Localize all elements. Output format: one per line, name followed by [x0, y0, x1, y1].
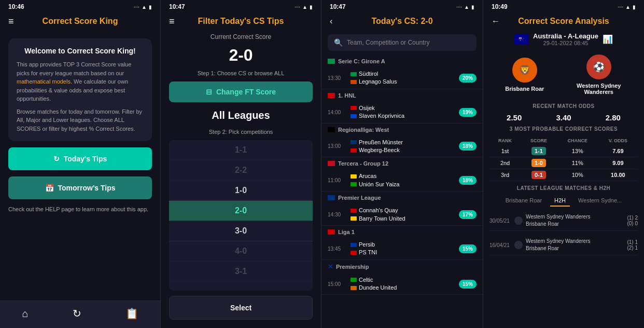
team-flag-6: [351, 174, 357, 179]
match-row-3[interactable]: 11:00 Arucas Unión Sur Yaiza 18%: [321, 170, 483, 192]
wifi-icon-4: ▲: [625, 4, 631, 10]
nav-home[interactable]: ⌂: [22, 308, 28, 320]
league-header-5: Liga 1: [321, 226, 483, 238]
team-flag-3: [351, 114, 357, 118]
match-teams-4: Connah's Quay Barry Town United: [351, 207, 455, 223]
score-item-2[interactable]: 1-0: [169, 181, 313, 201]
filter-icon: ⊟: [206, 88, 212, 96]
status-time-2: 10:47: [169, 3, 185, 10]
analysis-title: Correct Score Analysis: [518, 17, 609, 26]
status-bar-1: 10:46 ···· ▲ ▮: [0, 0, 160, 12]
match-row-4[interactable]: 14:30 Connah's Quay Barry Town United 17…: [321, 204, 483, 226]
h2h-team2-1: Brisbane Roar: [526, 245, 624, 252]
signal-icon-3: ····: [456, 4, 462, 10]
calendar-icon: 📅: [45, 184, 54, 192]
search-bar[interactable]: 🔍 Team, Competition or Country: [328, 34, 477, 51]
status-icons-1: ···· ▲ ▮: [134, 4, 152, 10]
league-name-1: 1. HNL: [338, 92, 356, 99]
tomorrow-tips-button[interactable]: 📅 Tomorrow's Tips: [8, 176, 152, 199]
score-item-3[interactable]: 2-0: [169, 201, 313, 221]
status-bar-4: 10:49 ···· ▲ ▮: [483, 0, 644, 12]
h2h-s2-0: (0) 0: [627, 221, 638, 226]
team-name-4: Preußen Münster: [359, 139, 403, 146]
match-time-0: 13:30: [328, 75, 346, 81]
team-flag-12: [351, 278, 357, 282]
match-row-1[interactable]: 14:00 Osijek Slaven Koprivnica 19%: [321, 102, 483, 124]
chart-icon[interactable]: 📊: [603, 34, 613, 44]
welcome-link[interactable]: mathematical models: [17, 78, 71, 85]
flag-content: 🇦🇺: [514, 34, 529, 45]
league-text-block: Australia - A-League 29-01-2022 08:45: [533, 32, 598, 46]
nav-calendar-icon: 📋: [125, 307, 138, 320]
league-name-4: Premier League: [338, 195, 381, 201]
change-score-label: Change FT Score: [216, 88, 276, 96]
match-row-5[interactable]: 13:45 Persib PS TNI 15%: [321, 238, 483, 260]
current-cs-value: 2-0: [169, 46, 313, 65]
today-cs-title: Today's CS: 2-0: [371, 17, 432, 26]
match-time-5: 13:45: [328, 246, 346, 252]
league-flag-4: [328, 195, 335, 200]
signal-icon-4: ····: [618, 4, 623, 10]
match-teams-6: Celtic Dundee United: [351, 276, 455, 292]
score-item-4[interactable]: 3-0: [169, 221, 313, 241]
team-union: Unión Sur Yaiza: [351, 181, 455, 188]
all-leagues-label: All Leagues: [169, 110, 313, 121]
signal-icon-2: ····: [295, 4, 300, 10]
score-item-5[interactable]: 4-0: [169, 241, 313, 262]
tab-h2h[interactable]: H2H: [550, 195, 570, 207]
step2-label: Step 2: Pick competitions: [169, 129, 313, 135]
match-date: 29-01-2022 08:45: [533, 40, 598, 46]
app-title-1: Correct Score King: [43, 17, 118, 26]
h2h-date-0: 30/05/21: [489, 218, 511, 224]
match-row-0[interactable]: 13:30 Südtirol Legnago Salus 20%: [321, 67, 483, 89]
h2h-row-1: 16/04/21 Western Sydney Wanderers Brisba…: [489, 235, 638, 255]
status-time-1: 10:46: [8, 3, 24, 10]
home-team-card: 🦁 Brisbane Roar: [505, 58, 544, 92]
league-name-6: Premiership: [336, 264, 369, 270]
team-flag-8: [351, 209, 357, 213]
league-name-0: Serie C: Girone A: [338, 58, 385, 64]
match-row-2[interactable]: 13:00 Preußen Münster Wegberg-Beeck 18%: [321, 136, 483, 158]
th-score: SCORE: [521, 136, 557, 145]
current-cs-label: Current Correct Score: [169, 33, 313, 40]
match-time-6: 15:00: [328, 281, 346, 287]
nav-refresh[interactable]: ↻: [73, 307, 81, 320]
today-tips-button[interactable]: ↻ Today's Tips: [8, 147, 152, 170]
team-name-10: Persib: [359, 241, 375, 249]
team-flag-13: [351, 286, 357, 290]
score-item-6[interactable]: 3-1: [169, 262, 313, 282]
filter-title: Filter Today's CS Tips: [198, 17, 284, 26]
league-name-5: Liga 1: [338, 229, 355, 235]
tomorrow-tips-label: Tomorrow's Tips: [58, 184, 116, 192]
pct-badge-0: 20%: [459, 74, 477, 83]
tab-brisbane[interactable]: Brisbane Roar: [501, 195, 546, 207]
menu-icon[interactable]: ≡: [8, 16, 14, 27]
score-row-0: 1st 1-1 13% 7.69: [489, 145, 638, 157]
nav-calendar[interactable]: 📋: [125, 307, 138, 320]
team-name-3: Slaven Koprivnica: [359, 112, 404, 120]
select-button[interactable]: Select: [169, 296, 313, 320]
team-osijek: Osijek: [351, 104, 455, 112]
score-item-0[interactable]: 1-1: [169, 140, 313, 160]
match-row-6[interactable]: 15:00 Celtic Dundee United 15%: [321, 274, 483, 295]
step1-label: Step 1: Choose CS or browse ALL: [169, 70, 313, 76]
odd-draw: 3.40: [556, 113, 571, 122]
phone-screen-1: 10:46 ···· ▲ ▮ ≡ Correct Score King Welc…: [0, 0, 161, 328]
league-flag-3: [328, 161, 335, 166]
back-icon-4[interactable]: ←: [492, 17, 500, 26]
team-slaven: Slaven Koprivnica: [351, 112, 455, 120]
teams-row: 🦁 Brisbane Roar ⚽ Western Sydney Wandere…: [489, 50, 638, 99]
league-header-3: Tercera - Group 12: [321, 157, 483, 170]
change-score-button[interactable]: ⊟ Change FT Score: [169, 81, 313, 102]
league-flag-2: [328, 127, 335, 132]
menu-icon-2[interactable]: ≡: [169, 16, 175, 27]
pct-badge-4: 17%: [459, 210, 477, 219]
back-icon-3[interactable]: ‹: [330, 17, 332, 26]
score-item-1[interactable]: 2-2: [169, 160, 313, 181]
away-team-logo: ⚽: [586, 54, 611, 79]
pct-badge-2: 18%: [459, 142, 477, 151]
team-name-7: Unión Sur Yaiza: [359, 181, 399, 188]
h2h-teams-0: Western Sydney Wanderers Brisbane Roar: [526, 213, 624, 228]
tab-western[interactable]: Western Sydne...: [574, 195, 626, 207]
league-flag-1: [328, 93, 335, 98]
